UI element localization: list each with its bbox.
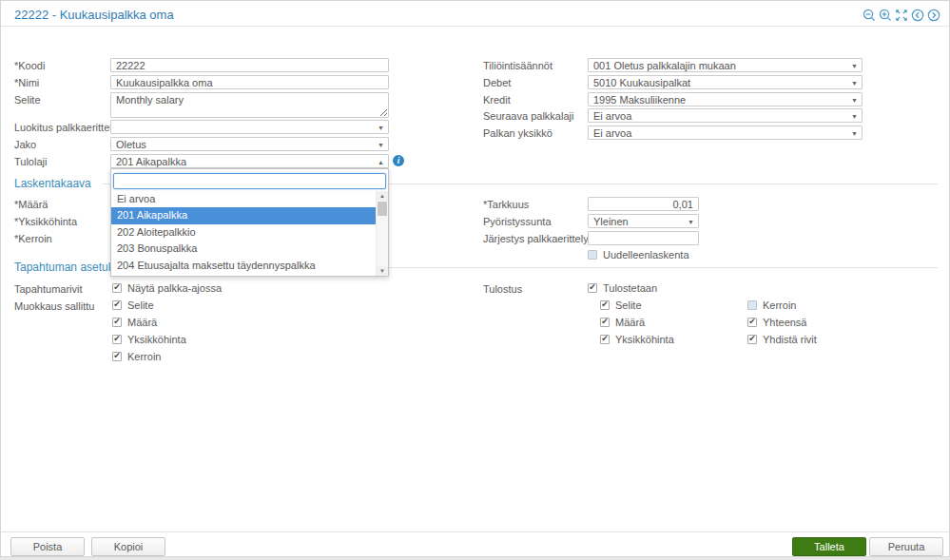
checkbox-box — [600, 318, 610, 327]
chevron-down-icon: ▼ — [378, 124, 384, 130]
selite-textarea[interactable]: Monthly salary — [110, 92, 389, 118]
tulolaji-select[interactable]: 201 Aikapalkka ▲ — [110, 154, 389, 168]
scroll-down-icon[interactable]: ▼ — [377, 266, 388, 276]
chevron-down-icon: ▼ — [378, 141, 384, 147]
kredit-label: Kredit — [483, 94, 511, 106]
tarkkuus-input[interactable] — [588, 197, 699, 211]
checkbox-box — [600, 300, 610, 310]
maara-label: *Määrä — [14, 199, 48, 210]
chevron-down-icon: ▼ — [851, 96, 858, 103]
seuraava-palkkalaji-select[interactable]: Ei arvoa ▼ — [588, 108, 863, 123]
tab-bar: Perustiedot Tilastot Ryhmittelyt tapahtu… — [9, 32, 16, 51]
tulolaji-label: Tulolaji — [14, 156, 47, 167]
scrollbar-thumb[interactable] — [378, 202, 387, 216]
tulostetaan-checkbox[interactable]: Tulostetaan — [588, 282, 657, 294]
tulostus-label: Tulostus — [483, 283, 522, 295]
tulostus-kerroin-checkbox[interactable]: Kerroin — [747, 299, 796, 311]
tulolaji-option[interactable]: 204 Etuusajalta maksettu täydennyspalkka — [111, 258, 382, 275]
chevron-down-icon: ▼ — [851, 79, 858, 86]
palkan-yksikko-select[interactable]: Ei arvoa ▼ — [588, 126, 863, 140]
pyoristyssuunta-select[interactable]: Yleinen ▼ — [588, 214, 699, 228]
checkbox-box — [588, 283, 597, 293]
yksikkohinta-label: *Yksikköhinta — [14, 216, 77, 227]
tulostus-yhdista-rivit-checkbox[interactable]: Yhdistä rivit — [747, 334, 817, 345]
koodi-label: *Koodi — [14, 60, 45, 71]
luokitus-select[interactable]: ▼ — [110, 120, 389, 134]
debet-label: Debet — [483, 77, 511, 88]
payroll-type-window: 22222 - Kuukausipalkka oma — [0, 0, 950, 557]
tarkkuus-label: *Tarkkuus — [483, 199, 529, 210]
muokkaus-maara-checkbox[interactable]: Määrä — [112, 317, 157, 328]
checkbox-box — [112, 300, 122, 310]
next-icon[interactable] — [927, 9, 940, 22]
tulolaji-option[interactable]: Ei arvoa — [111, 191, 382, 208]
header-toolbar — [863, 9, 940, 22]
tulolaji-option-list: Ei arvoa 201 Aikapalkka 202 Aloitepalkki… — [111, 191, 388, 276]
checkbox-box — [588, 250, 597, 260]
zoom-in-icon[interactable] — [879, 9, 892, 22]
chevron-up-icon: ▲ — [378, 158, 384, 164]
jarjestys-label: Järjestys palkkaerittelyllä — [483, 233, 599, 244]
koodi-input[interactable] — [110, 58, 389, 72]
muokkaus-selite-checkbox[interactable]: Selite — [112, 299, 154, 311]
tiliointisaannot-label: Tiliöintisäännöt — [483, 60, 553, 71]
tiliointisaannot-select[interactable]: 001 Oletus palkkalajin mukaan ▼ — [588, 58, 863, 72]
kopioi-button[interactable]: Kopioi — [91, 537, 165, 556]
muokkaus-sallittu-label: Muokkaus sallittu — [14, 300, 94, 312]
chevron-down-icon: ▼ — [688, 218, 694, 224]
kredit-select[interactable]: 1995 Maksuliikenne ▼ — [588, 92, 863, 106]
chevron-down-icon: ▼ — [851, 62, 858, 68]
tulostus-maara-checkbox[interactable]: Määrä — [600, 317, 645, 328]
nayta-palkka-ajossa-checkbox[interactable]: Näytä palkka-ajossa — [112, 282, 222, 294]
checkbox-box — [112, 335, 122, 344]
checkbox-box — [112, 352, 122, 361]
fullscreen-icon[interactable] — [895, 9, 908, 22]
seuraava-palkkalaji-label: Seuraava palkkalaji — [483, 110, 573, 122]
tulolaji-search-input[interactable] — [113, 173, 386, 189]
checkbox-box — [747, 300, 757, 310]
chevron-down-icon: ▼ — [851, 112, 858, 119]
chevron-down-icon: ▼ — [851, 129, 858, 136]
uudelleenlaskenta-checkbox[interactable]: Uudelleenlaskenta — [588, 249, 689, 261]
pyoristyssuunta-label: Pyöristyssunta — [483, 216, 552, 227]
jarjestys-input[interactable] — [588, 231, 699, 245]
tulostus-selite-checkbox[interactable]: Selite — [600, 299, 642, 311]
checkbox-box — [112, 318, 122, 327]
kerroin-label: *Kerroin — [14, 233, 52, 244]
tulolaji-option[interactable]: 202 Aloitepalkkio — [111, 224, 382, 241]
tulolaji-option[interactable]: 201 Aikapalkka — [111, 207, 382, 224]
nimi-input[interactable] — [110, 75, 389, 89]
info-icon[interactable]: i — [393, 155, 404, 166]
debet-select[interactable]: 5010 Kuukausipalkat ▼ — [588, 75, 863, 89]
selite-label: Selite — [14, 94, 41, 106]
nimi-label: *Nimi — [14, 77, 39, 88]
page-title: 22222 - Kuukausipalkka oma — [14, 8, 174, 22]
poista-button[interactable]: Poista — [10, 537, 85, 556]
muokkaus-yksikkohinta-checkbox[interactable]: Yksikköhinta — [112, 334, 186, 345]
previous-icon[interactable] — [911, 9, 924, 22]
tulolaji-option[interactable]: 203 Bonuspalkka — [111, 241, 382, 258]
scroll-up-icon[interactable]: ▲ — [377, 191, 388, 201]
muokkaus-kerroin-checkbox[interactable]: Kerroin — [112, 351, 161, 362]
tapahtumarivit-label: Tapahtumarivit — [14, 283, 83, 295]
talleta-button[interactable]: Talleta — [792, 537, 866, 556]
checkbox-box — [112, 283, 122, 293]
tulolaji-option[interactable]: 205 Hätätyökorvaus — [111, 274, 382, 276]
checkbox-box — [600, 335, 610, 344]
palkan-yksikko-label: Palkan yksikkö — [483, 127, 553, 139]
tulostus-yhteensa-checkbox[interactable]: Yhteensä — [747, 317, 806, 328]
zoom-out-icon[interactable] — [863, 9, 876, 22]
peruuta-button[interactable]: Peruuta — [869, 537, 943, 556]
jako-select[interactable]: Oletus ▼ — [110, 137, 389, 151]
tulostus-yksikkohinta-checkbox[interactable]: Yksikköhinta — [600, 334, 674, 345]
dropdown-scrollbar[interactable]: ▲ ▼ — [376, 191, 388, 276]
checkbox-box — [747, 335, 757, 344]
footer-divider — [1, 531, 949, 532]
header-divider — [1, 26, 949, 27]
tulolaji-dropdown-panel: Ei arvoa 201 Aikapalkka 202 Aloitepalkki… — [110, 168, 389, 277]
checkbox-box — [747, 318, 757, 327]
jako-label: Jako — [14, 139, 36, 150]
